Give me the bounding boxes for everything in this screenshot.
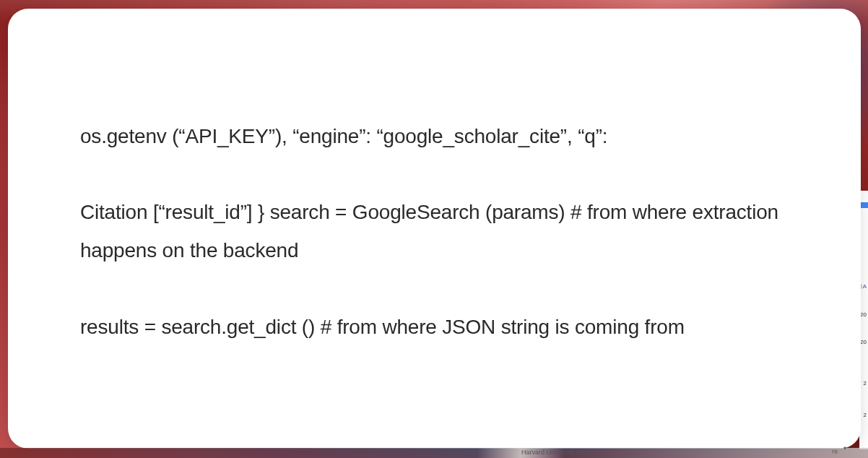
code-paragraph: os.getenv (“API_KEY”), “engine”: “google…: [80, 117, 789, 155]
right-marker-text: 2: [864, 412, 867, 418]
content-card: os.getenv (“API_KEY”), “engine”: “google…: [8, 9, 861, 449]
background-bottom-strip: [0, 448, 868, 458]
publisher-label: Harvard University Press: [521, 449, 594, 456]
code-paragraph: Citation [“result_id”] } search = Google…: [80, 193, 789, 269]
text-content: os.getenv (“API_KEY”), “engine”: “google…: [8, 9, 861, 389]
code-paragraph: results = search.get_dict () # from wher…: [80, 308, 789, 346]
corner-star-icon: *: [843, 446, 846, 454]
right-marker-text: 2: [864, 380, 867, 386]
corner-number: 76: [831, 449, 838, 455]
right-marker-text: 20: [860, 311, 867, 318]
right-marker-text: 20: [860, 339, 867, 345]
